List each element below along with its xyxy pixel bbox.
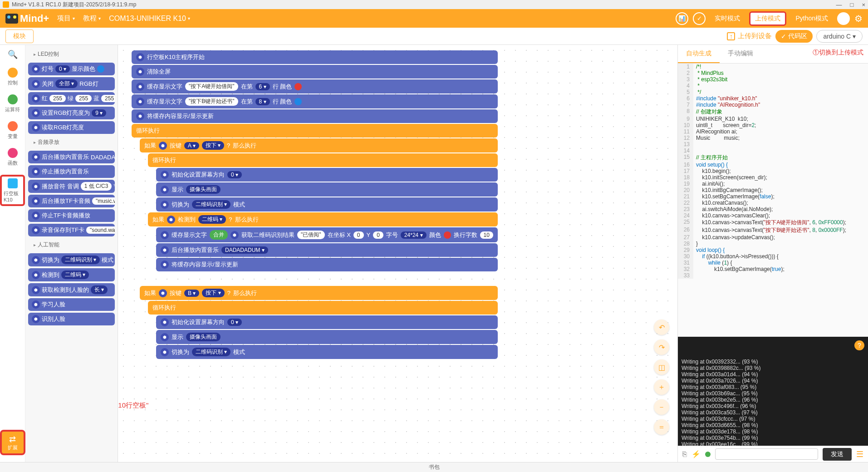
palette-block[interactable]: ⬢停止TF卡音频播放 xyxy=(28,209,115,222)
palette-block[interactable]: ⬢读取RGB灯亮度 xyxy=(28,121,115,134)
tab-auto-generate[interactable]: 自动生成 xyxy=(678,45,720,63)
usb-icon[interactable]: ⎘ xyxy=(682,450,687,458)
block-loop-inner-b[interactable]: 循环执行 xyxy=(148,301,498,315)
device-selector[interactable]: COM13-UNIHIKER K10 xyxy=(109,15,190,23)
bottom-bar: 书包 xyxy=(0,462,868,472)
gear-icon[interactable]: ⚙ xyxy=(854,13,863,24)
block-show-camera-a[interactable]: ⬢显示摄像头画面 xyxy=(156,182,498,197)
block-init-screen-a[interactable]: ⬢初始化设置屏幕方向0 ▾ xyxy=(156,168,498,182)
rail-functions[interactable]: 函数 xyxy=(8,148,18,167)
block-cache-text-b[interactable]: ⬢缓存显示文字"按下B键开始还书"在第8 ▾行 颜色 xyxy=(132,94,498,108)
block-cache-join[interactable]: ⬢缓存显示文字合并⬢获取二维码识别结果"已借阅"在坐标 X0Y0字号24*24 … xyxy=(156,227,498,242)
palette-block[interactable]: ⬢后台播放TF卡音频"music.w… xyxy=(28,195,115,207)
close-button[interactable]: × xyxy=(862,1,865,8)
palette-block[interactable]: ⬢关闭全部 ▾RGB灯 xyxy=(28,77,115,90)
menu-tutorial[interactable]: 教程 xyxy=(83,14,101,23)
block-if-a[interactable]: 如果⬢按键A ▾按下 ▾?那么执行 xyxy=(140,138,498,152)
block-switch-qr-b[interactable]: ⬢切换为二维码识别 ▾模式 xyxy=(156,345,498,359)
block-loop[interactable]: 循环执行 xyxy=(132,124,498,138)
menu-project[interactable]: 项目 xyxy=(57,14,75,23)
undo-button[interactable]: ↶ xyxy=(654,320,669,335)
block-update-display-2[interactable]: ⬢将缓存内容显示/显示更新 xyxy=(156,258,498,271)
output-console[interactable]: ? Writing at 0x00392332... (93 %)Writing… xyxy=(678,337,868,446)
console-input-bar: ⎘ ⚡ 发送 ☰ xyxy=(678,446,868,462)
avatar[interactable] xyxy=(837,12,850,25)
window-titlebar: Mind+ V1.8.1 RC1.0 新建项目-2025/2/18-9:11:9… xyxy=(0,0,868,9)
status-indicator xyxy=(705,452,711,457)
palette-block[interactable]: ⬢检测到二维码 ▾ xyxy=(28,268,115,281)
palette-block[interactable]: ⬢学习人脸 xyxy=(28,298,115,311)
palette-block[interactable]: ⬢获取检测到人脸的长 ▾ xyxy=(28,283,115,296)
zoom-out-button[interactable]: － xyxy=(654,399,669,415)
block-cache-text-a[interactable]: ⬢缓存显示文字"按下A键开始借阅"在第6 ▾行 颜色 xyxy=(132,79,498,93)
redo-button[interactable]: ↷ xyxy=(654,339,669,355)
palette-block[interactable]: ⬢播放音符 音调1 低 C/C3节… xyxy=(28,180,115,193)
module-button[interactable]: 模块 xyxy=(5,30,34,43)
send-button[interactable]: 发送 xyxy=(823,448,852,461)
rail-search[interactable]: 🔍 xyxy=(8,49,18,59)
upload-icon: ↑ xyxy=(727,32,735,40)
block-clear-screen[interactable]: ⬢清除全屏 xyxy=(132,65,498,79)
mode-python[interactable]: Python模式 xyxy=(791,13,833,25)
rail-k10[interactable]: 行空板K10 xyxy=(0,175,25,206)
console-input[interactable] xyxy=(715,448,818,460)
block-if-qr[interactable]: 如果⬢检测到二维码 ▾?那么执行 xyxy=(148,212,498,226)
tab-manual-edit[interactable]: 手动编辑 xyxy=(720,45,761,63)
app-icon xyxy=(3,1,9,8)
script-stack[interactable]: ⬢行空板K10主程序开始 ⬢清除全屏 ⬢缓存显示文字"按下A键开始借阅"在第6 … xyxy=(132,50,498,360)
code-editor[interactable]: 1/*!2 * MindPlus3 * esp32s3bit4 *5 */6#i… xyxy=(678,64,868,337)
palette-block[interactable]: ⬢后台播放内置音乐DADADA… xyxy=(28,151,115,163)
extension-button[interactable]: ⇄扩展 xyxy=(0,430,25,455)
rail-variables[interactable]: 变量 xyxy=(8,121,18,140)
block-init-screen-b[interactable]: ⬢初始化设置屏幕方向0 ▾ xyxy=(156,315,498,329)
block-play-music[interactable]: ⬢后台播放内置音乐DADADADUM ▾ xyxy=(156,243,498,257)
backpack-label[interactable]: 书包 xyxy=(429,463,440,471)
crop-button[interactable]: ◫ xyxy=(654,359,669,375)
cat-ai[interactable]: 人工智能 xyxy=(27,238,116,251)
left-rail: 🔍 控制 运算符 变量 函数 行空板K10 ⇄扩展 xyxy=(0,45,25,462)
zoom-reset-button[interactable]: ＝ xyxy=(654,419,669,435)
block-if-b[interactable]: 如果⬢按键B ▾按下 ▾?那么执行 xyxy=(140,286,498,300)
logo-icon xyxy=(5,14,18,24)
window-controls: — □ × xyxy=(836,1,865,8)
palette-block[interactable]: ⬢设置RGB灯亮度为9 ▾ xyxy=(28,107,115,119)
palette-block[interactable]: ⬢切换为二维码识别 ▾模式 xyxy=(28,253,115,266)
language-select[interactable]: arduino C ▾ xyxy=(816,30,863,43)
rail-operators[interactable]: 运算符 xyxy=(5,94,20,113)
check-icon[interactable]: ✓ xyxy=(693,12,706,25)
code-tabs: 自动生成 手动编辑 ①切换到上传模式 xyxy=(678,45,868,64)
block-update-display[interactable]: ⬢将缓存内容显示/显示更新 xyxy=(132,109,498,123)
palette-block[interactable]: ⬢识别人脸 xyxy=(28,313,115,325)
block-palette: LED控制 ⬢灯号0 ▾显示颜色⬢关闭全部 ▾RGB灯⬢红255绿255蓝255… xyxy=(25,45,118,462)
script-canvas[interactable]: ②选择扩展"K10行空板" ⬢行空板K10主程序开始 ⬢清除全屏 ⬢缓存显示文字… xyxy=(118,45,677,462)
canvas-float-buttons: ↶ ↷ ◫ ＋ － ＝ xyxy=(654,320,669,435)
code-area-button[interactable]: ✓代码区 xyxy=(775,30,813,43)
maximize-button[interactable]: □ xyxy=(850,1,854,8)
console-menu-icon[interactable]: ☰ xyxy=(856,449,863,459)
chart-icon[interactable]: 📊 xyxy=(676,12,688,25)
palette-block[interactable]: ⬢红255绿255蓝255 xyxy=(28,92,115,105)
palette-block[interactable]: ⬢录音保存到TF卡"sound.wa… xyxy=(28,224,115,236)
block-loop-inner-a[interactable]: 循环执行 xyxy=(148,153,498,167)
rail-control[interactable]: 控制 xyxy=(8,68,18,86)
sub-toolbar: 模块 ↑ 上传到设备 ✓代码区 arduino C ▾ xyxy=(0,28,868,45)
upload-label: 上传到设备 xyxy=(738,32,772,40)
block-switch-qr-a[interactable]: ⬢切换为二维码识别 ▾模式 xyxy=(156,197,498,211)
window-title: Mind+ V1.8.1 RC1.0 新建项目-2025/2/18-9:11:9… xyxy=(12,1,136,9)
plug-icon[interactable]: ⚡ xyxy=(691,450,701,458)
cat-audio[interactable]: 音频录放 xyxy=(27,136,116,149)
mode-realtime[interactable]: 实时模式 xyxy=(710,13,745,25)
palette-block[interactable]: ⬢停止播放内置音乐 xyxy=(28,165,115,178)
mode-upload[interactable]: 上传模式 xyxy=(749,11,786,26)
upload-to-device-button[interactable]: ↑ 上传到设备 xyxy=(727,32,772,40)
palette-block[interactable]: ⬢灯号0 ▾显示颜色 xyxy=(28,63,115,75)
logo-text: Mind+ xyxy=(20,13,49,25)
zoom-in-button[interactable]: ＋ xyxy=(654,379,669,395)
minimize-button[interactable]: — xyxy=(836,1,842,8)
block-main-start[interactable]: ⬢行空板K10主程序开始 xyxy=(132,50,498,64)
top-toolbar: Mind+ 项目 教程 COM13-UNIHIKER K10 📊 ✓ 实时模式 … xyxy=(0,9,868,28)
block-show-camera-b[interactable]: ⬢显示摄像头画面 xyxy=(156,330,498,344)
help-icon[interactable]: ? xyxy=(854,340,864,350)
cat-led[interactable]: LED控制 xyxy=(27,48,116,61)
annotation-2: ②选择扩展"K10行空板" xyxy=(118,401,213,410)
